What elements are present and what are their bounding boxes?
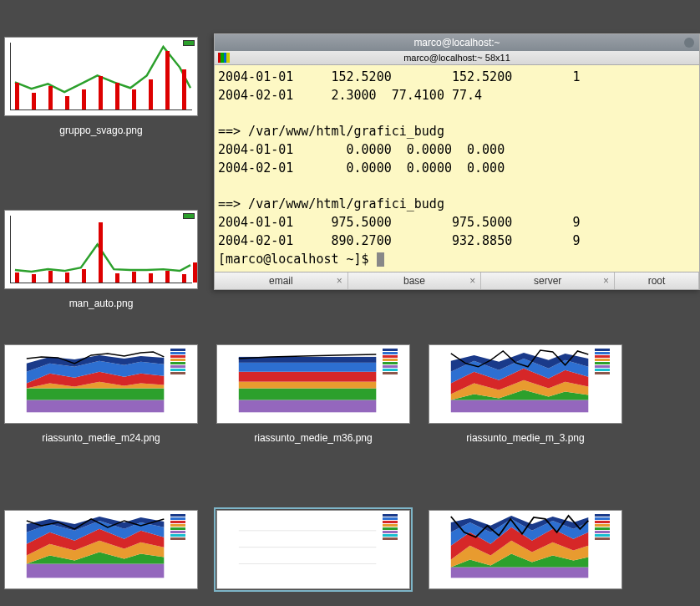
thumbnail[interactable]: riassunto_medie_m24.png [4,344,198,444]
terminal-tabbar: email× base× server× root [215,272,699,289]
svg-rect-8 [239,400,377,412]
thumbnail[interactable]: gruppo_svago.png [4,37,198,136]
terminal-line: 2004-01-01 152.5200 152.5200 1 [218,69,580,84]
terminal-subtitle-bar: marco@localhost:~ 58x11 [215,51,699,65]
terminal-line: 2004-02-01 2.3000 77.4100 77.4 [218,88,482,103]
thumbnail[interactable] [4,510,198,589]
terminal-line: 2004-01-01 0.0000 0.0000 0.000 [218,142,505,157]
thumbnail-label: riassunto_medie_m_3.png [466,432,584,444]
terminal-line: ==> /var/www/html/grafici_budg [218,124,444,139]
close-icon[interactable]: × [337,275,342,287]
thumbnail-label: riassunto_medie_m36.png [254,432,372,444]
svg-rect-12 [239,363,377,372]
terminal-output[interactable]: 2004-01-01 152.5200 152.5200 1 2004-02-0… [215,65,699,272]
terminal-tab-email[interactable]: email× [215,272,348,289]
terminal-line: 2004-02-01 0.0000 0.0000 0.000 [218,160,505,176]
terminal-window[interactable]: marco@localhost:~ marco@localhost:~ 58x1… [214,33,700,290]
chart-legend [170,514,195,541]
svg-rect-10 [239,382,377,389]
terminal-cursor [377,252,384,267]
thumbnail-image[interactable] [4,344,198,424]
chart-legend [383,349,408,375]
chart-legend [383,514,408,541]
thumbnail-image[interactable] [4,37,198,116]
thumbnail[interactable] [429,510,622,589]
thumbnail-label: riassunto_medie_m24.png [42,432,160,444]
thumbnail-label: gruppo_svago.png [59,125,142,136]
thumbnail[interactable]: riassunto_medie_m36.png [216,344,410,444]
thumbnail-image-selected[interactable] [216,510,410,589]
terminal-prompt: [marco@localhost ~]$ [218,252,377,267]
terminal-tab-base[interactable]: base× [348,272,482,289]
window-titlebar[interactable]: marco@localhost:~ [215,34,699,51]
terminal-line: 2004-01-01 975.5000 975.5000 9 [218,215,580,230]
svg-rect-22 [27,563,165,578]
svg-rect-11 [239,372,377,382]
svg-rect-1 [27,400,165,412]
thumbnail-label: man_auto.png [69,298,134,309]
thumbnail-image[interactable] [429,510,622,589]
svg-rect-28 [239,516,377,578]
svg-rect-2 [27,389,165,400]
terminal-line: ==> /var/www/html/grafici_budg [218,196,444,211]
close-icon[interactable]: × [469,275,475,287]
terminal-tab-server[interactable]: server× [481,272,615,289]
thumbnail-image[interactable] [4,210,198,289]
svg-rect-33 [451,567,589,578]
chart-legend [170,349,195,375]
thumbnail[interactable]: man_auto.png [4,210,198,309]
terminal-line: 2004-02-01 890.2700 932.8850 9 [218,233,580,248]
thumbnail-image[interactable] [429,344,622,424]
chart-legend [595,514,620,541]
terminal-dimensions: marco@localhost:~ 58x11 [403,53,510,63]
window-title: marco@localhost:~ [413,37,500,48]
chart-legend [595,349,620,375]
terminal-icon [218,53,230,63]
thumbnail[interactable] [216,510,410,589]
close-icon[interactable]: × [603,275,609,287]
svg-rect-9 [239,389,377,400]
terminal-tab-root[interactable]: root [615,272,699,289]
thumbnail-image[interactable] [216,344,410,424]
thumbnail[interactable]: riassunto_medie_m_3.png [429,344,622,444]
thumbnail-image[interactable] [4,510,198,589]
svg-rect-15 [451,400,589,412]
